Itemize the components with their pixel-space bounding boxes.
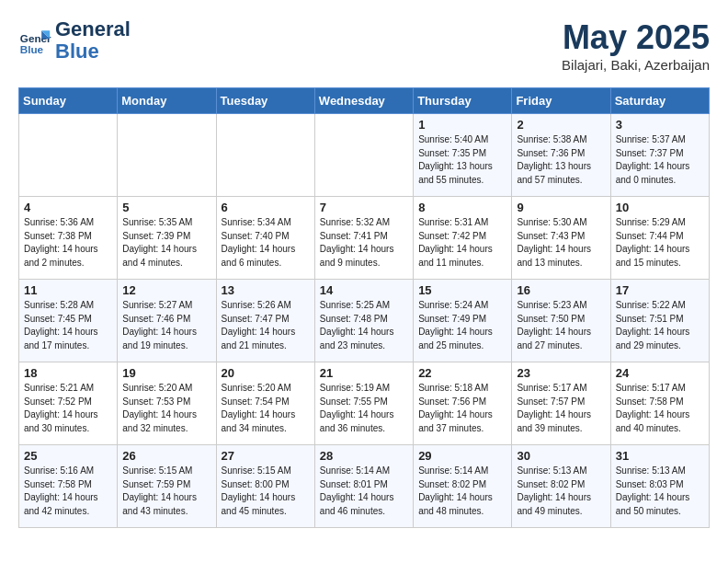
calendar-cell <box>314 114 413 197</box>
day-number: 22 <box>418 366 506 380</box>
calendar-cell: 19Sunrise: 5:20 AM Sunset: 7:53 PM Dayli… <box>118 362 216 445</box>
logo: General Blue General Blue <box>18 18 131 63</box>
calendar-cell: 3Sunrise: 5:37 AM Sunset: 7:37 PM Daylig… <box>610 114 709 197</box>
day-info: Sunrise: 5:14 AM Sunset: 8:02 PM Dayligh… <box>418 465 506 518</box>
calendar-cell: 29Sunrise: 5:14 AM Sunset: 8:02 PM Dayli… <box>414 445 512 528</box>
calendar-cell: 10Sunrise: 5:29 AM Sunset: 7:44 PM Dayli… <box>610 197 709 280</box>
calendar-cell: 11Sunrise: 5:28 AM Sunset: 7:45 PM Dayli… <box>19 280 118 362</box>
day-info: Sunrise: 5:13 AM Sunset: 8:02 PM Dayligh… <box>517 465 605 518</box>
calendar-cell: 12Sunrise: 5:27 AM Sunset: 7:46 PM Dayli… <box>118 280 216 362</box>
calendar-cell: 20Sunrise: 5:20 AM Sunset: 7:54 PM Dayli… <box>216 362 314 445</box>
calendar-cell: 7Sunrise: 5:32 AM Sunset: 7:41 PM Daylig… <box>314 197 413 280</box>
day-info: Sunrise: 5:16 AM Sunset: 7:58 PM Dayligh… <box>24 465 112 518</box>
day-number: 3 <box>616 118 704 132</box>
calendar-cell: 8Sunrise: 5:31 AM Sunset: 7:42 PM Daylig… <box>414 197 512 280</box>
day-info: Sunrise: 5:28 AM Sunset: 7:45 PM Dayligh… <box>24 299 112 352</box>
weekday-sunday: Sunday <box>19 88 118 114</box>
calendar-cell: 22Sunrise: 5:18 AM Sunset: 7:56 PM Dayli… <box>414 362 512 445</box>
day-info: Sunrise: 5:25 AM Sunset: 7:48 PM Dayligh… <box>320 299 408 352</box>
day-info: Sunrise: 5:24 AM Sunset: 7:49 PM Dayligh… <box>418 299 506 352</box>
day-number: 9 <box>517 201 605 214</box>
day-number: 24 <box>616 366 704 380</box>
day-info: Sunrise: 5:31 AM Sunset: 7:42 PM Dayligh… <box>418 216 506 270</box>
calendar-week-2: 4Sunrise: 5:36 AM Sunset: 7:38 PM Daylig… <box>19 197 710 280</box>
calendar-cell <box>118 114 216 197</box>
calendar-week-5: 25Sunrise: 5:16 AM Sunset: 7:58 PM Dayli… <box>19 445 710 528</box>
day-info: Sunrise: 5:13 AM Sunset: 8:03 PM Dayligh… <box>616 465 704 518</box>
weekday-tuesday: Tuesday <box>216 88 314 114</box>
calendar-cell: 26Sunrise: 5:15 AM Sunset: 7:59 PM Dayli… <box>118 445 216 528</box>
day-number: 27 <box>222 449 310 463</box>
day-info: Sunrise: 5:40 AM Sunset: 7:35 PM Dayligh… <box>418 133 506 187</box>
calendar-cell: 30Sunrise: 5:13 AM Sunset: 8:02 PM Dayli… <box>512 445 610 528</box>
day-number: 17 <box>616 283 704 297</box>
day-number: 1 <box>418 118 506 132</box>
day-number: 20 <box>222 366 310 380</box>
month-title: May 2025 <box>562 18 710 57</box>
day-number: 28 <box>320 449 408 463</box>
calendar-cell: 27Sunrise: 5:15 AM Sunset: 8:00 PM Dayli… <box>216 445 314 528</box>
day-info: Sunrise: 5:14 AM Sunset: 8:01 PM Dayligh… <box>320 465 408 518</box>
calendar-cell: 25Sunrise: 5:16 AM Sunset: 7:58 PM Dayli… <box>19 445 118 528</box>
calendar-cell <box>216 114 314 197</box>
day-number: 16 <box>517 283 605 297</box>
day-info: Sunrise: 5:27 AM Sunset: 7:46 PM Dayligh… <box>122 299 210 352</box>
day-number: 4 <box>24 201 112 214</box>
day-number: 30 <box>517 449 605 463</box>
day-info: Sunrise: 5:15 AM Sunset: 8:00 PM Dayligh… <box>222 465 310 518</box>
weekday-header-row: SundayMondayTuesdayWednesdayThursdayFrid… <box>19 88 710 114</box>
calendar-cell: 17Sunrise: 5:22 AM Sunset: 7:51 PM Dayli… <box>610 280 709 362</box>
day-info: Sunrise: 5:22 AM Sunset: 7:51 PM Dayligh… <box>616 299 704 352</box>
day-number: 10 <box>616 201 704 214</box>
day-info: Sunrise: 5:34 AM Sunset: 7:40 PM Dayligh… <box>222 216 310 270</box>
day-number: 26 <box>122 449 210 463</box>
logo-icon: General Blue <box>18 24 51 57</box>
calendar-cell: 5Sunrise: 5:35 AM Sunset: 7:39 PM Daylig… <box>118 197 216 280</box>
calendar-cell: 16Sunrise: 5:23 AM Sunset: 7:50 PM Dayli… <box>512 280 610 362</box>
calendar-cell: 23Sunrise: 5:17 AM Sunset: 7:57 PM Dayli… <box>512 362 610 445</box>
calendar-cell: 4Sunrise: 5:36 AM Sunset: 7:38 PM Daylig… <box>19 197 118 280</box>
calendar-cell: 1Sunrise: 5:40 AM Sunset: 7:35 PM Daylig… <box>414 114 512 197</box>
weekday-wednesday: Wednesday <box>314 88 413 114</box>
day-number: 31 <box>616 449 704 463</box>
day-info: Sunrise: 5:15 AM Sunset: 7:59 PM Dayligh… <box>122 465 210 518</box>
day-number: 21 <box>320 366 408 380</box>
day-number: 23 <box>517 366 605 380</box>
calendar-cell: 2Sunrise: 5:38 AM Sunset: 7:36 PM Daylig… <box>512 114 610 197</box>
weekday-saturday: Saturday <box>610 88 709 114</box>
calendar-week-3: 11Sunrise: 5:28 AM Sunset: 7:45 PM Dayli… <box>19 280 710 362</box>
calendar-body: 1Sunrise: 5:40 AM Sunset: 7:35 PM Daylig… <box>19 114 710 528</box>
day-info: Sunrise: 5:23 AM Sunset: 7:50 PM Dayligh… <box>517 299 605 352</box>
day-number: 5 <box>122 201 210 214</box>
day-info: Sunrise: 5:30 AM Sunset: 7:43 PM Dayligh… <box>517 216 605 270</box>
day-info: Sunrise: 5:20 AM Sunset: 7:54 PM Dayligh… <box>222 382 310 435</box>
calendar-cell: 28Sunrise: 5:14 AM Sunset: 8:01 PM Dayli… <box>314 445 413 528</box>
day-number: 11 <box>24 283 112 297</box>
day-number: 2 <box>517 118 605 132</box>
day-number: 15 <box>418 283 506 297</box>
day-info: Sunrise: 5:20 AM Sunset: 7:53 PM Dayligh… <box>122 382 210 435</box>
location: Bilajari, Baki, Azerbaijan <box>562 57 710 73</box>
day-info: Sunrise: 5:18 AM Sunset: 7:56 PM Dayligh… <box>418 382 506 435</box>
calendar-week-1: 1Sunrise: 5:40 AM Sunset: 7:35 PM Daylig… <box>19 114 710 197</box>
day-info: Sunrise: 5:37 AM Sunset: 7:37 PM Dayligh… <box>616 133 704 187</box>
day-number: 18 <box>24 366 112 380</box>
weekday-thursday: Thursday <box>414 88 512 114</box>
day-number: 6 <box>222 201 310 214</box>
day-number: 12 <box>122 283 210 297</box>
day-info: Sunrise: 5:19 AM Sunset: 7:55 PM Dayligh… <box>320 382 408 435</box>
calendar-cell: 24Sunrise: 5:17 AM Sunset: 7:58 PM Dayli… <box>610 362 709 445</box>
svg-text:Blue: Blue <box>20 44 44 56</box>
day-number: 8 <box>418 201 506 214</box>
calendar-table: SundayMondayTuesdayWednesdayThursdayFrid… <box>18 87 710 528</box>
day-number: 13 <box>222 283 310 297</box>
day-number: 19 <box>122 366 210 380</box>
calendar-cell: 31Sunrise: 5:13 AM Sunset: 8:03 PM Dayli… <box>610 445 709 528</box>
calendar-cell: 21Sunrise: 5:19 AM Sunset: 7:55 PM Dayli… <box>314 362 413 445</box>
logo-text: General Blue <box>55 18 131 63</box>
calendar-cell: 6Sunrise: 5:34 AM Sunset: 7:40 PM Daylig… <box>216 197 314 280</box>
day-number: 7 <box>320 201 408 214</box>
day-number: 14 <box>320 283 408 297</box>
day-info: Sunrise: 5:35 AM Sunset: 7:39 PM Dayligh… <box>122 216 210 270</box>
calendar-cell: 14Sunrise: 5:25 AM Sunset: 7:48 PM Dayli… <box>314 280 413 362</box>
